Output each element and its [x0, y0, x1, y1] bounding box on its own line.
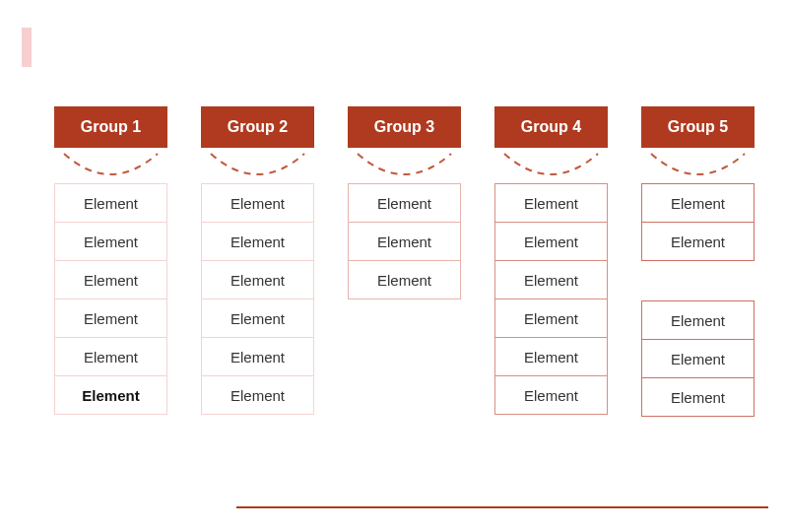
element-list: Element Element [641, 183, 755, 261]
element-item: Element [641, 300, 755, 340]
group-column: Group 1 Element Element Element Element … [54, 106, 167, 417]
group-header: Group 5 [641, 106, 755, 148]
element-item: Element [641, 339, 755, 378]
element-item: Element [348, 260, 461, 299]
group-column: Group 5 Element Element Element Element … [641, 106, 755, 417]
element-item: Element [201, 183, 314, 223]
element-item: Element [494, 183, 608, 223]
group-header: Group 2 [201, 106, 314, 148]
connector-arc-icon [348, 148, 461, 183]
element-list: Element Element Element Element Element … [54, 183, 167, 415]
element-item: Element [54, 183, 167, 223]
element-item: Element [494, 337, 608, 376]
element-item: Element [494, 260, 608, 299]
element-item: Element [348, 222, 461, 261]
footer-rule [236, 506, 768, 508]
connector-arc-icon [201, 148, 314, 183]
element-item: Element [494, 299, 608, 338]
element-item: Element [54, 260, 167, 299]
element-item: Element [201, 375, 314, 415]
element-item: Element [54, 222, 167, 261]
group-column: Group 3 Element Element Element [348, 106, 461, 417]
element-item: Element [201, 260, 314, 299]
connector-arc-icon [641, 148, 755, 183]
element-item: Element [201, 222, 314, 261]
connector-arc-icon [494, 148, 608, 183]
element-item: Element [641, 222, 755, 261]
group-header: Group 1 [54, 106, 167, 148]
element-item: Element [641, 183, 755, 223]
element-list: Element Element Element Element Element … [494, 183, 608, 415]
element-item: Element [494, 375, 608, 415]
group-column: Group 4 Element Element Element Element … [494, 106, 608, 417]
element-item: Element [54, 337, 167, 376]
accent-bar [22, 28, 32, 67]
element-list: Element Element Element Element Element … [201, 183, 314, 415]
group-header: Group 3 [348, 106, 461, 148]
element-list: Element Element Element [348, 183, 461, 299]
element-item: Element [201, 337, 314, 376]
group-column: Group 2 Element Element Element Element … [201, 106, 314, 417]
connector-arc-icon [54, 148, 167, 183]
element-item: Element [54, 299, 167, 338]
element-item: Element [641, 377, 755, 417]
element-item: Element [494, 222, 608, 261]
element-list: Element Element Element [641, 300, 755, 417]
element-item: Element [348, 183, 461, 223]
diagram-columns: Group 1 Element Element Element Element … [54, 106, 755, 417]
group-header: Group 4 [494, 106, 608, 148]
element-item: Element [54, 375, 167, 415]
element-item: Element [201, 299, 314, 338]
